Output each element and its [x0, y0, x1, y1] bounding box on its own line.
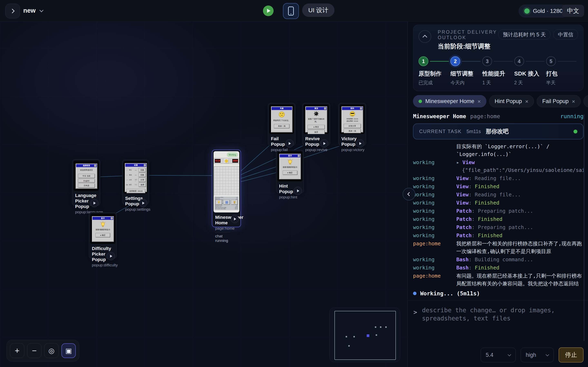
minesweeper-cell[interactable] [223, 167, 226, 170]
run-button[interactable] [263, 6, 274, 16]
canvas-node-language-popup[interactable]: 选择语言 × 请选择界面语言 中文 当前 English 日本語 Languag… [72, 159, 100, 206]
canvas-node-fail-popup[interactable]: 失败 再接再厉,下次好运。 再来一局 Fail Popup popup:fail [268, 103, 295, 146]
tab-r[interactable]: R [583, 95, 588, 107]
smiley-face-button[interactable]: ☺ [224, 159, 229, 163]
node-play-button[interactable] [286, 139, 294, 148]
minesweeper-cell[interactable] [214, 173, 217, 175]
stop-button[interactable]: 停止 [559, 347, 583, 362]
close-tab-icon[interactable]: ✕ [525, 98, 528, 104]
minesweeper-cell[interactable] [226, 187, 229, 190]
minesweeper-cell[interactable] [229, 178, 232, 181]
minesweeper-cell[interactable] [214, 170, 217, 173]
minesweeper-cell[interactable] [229, 173, 232, 175]
canvas-node-revive-popup[interactable]: 复活 × 观看广告即可继续本局。 ▸ 复活 放弃 Revive Popup po… [302, 103, 330, 146]
minesweeper-cell[interactable] [234, 170, 237, 173]
minesweeper-cell[interactable] [237, 175, 239, 178]
node-play-button[interactable] [356, 139, 364, 148]
canvas-node-difficulty-popup[interactable]: 提示 × 观看视频获得提示 ▸ 确定 Difficulty Picker Pop… [89, 212, 117, 259]
minesweeper-cell[interactable] [234, 190, 237, 192]
tab-minesweeper-home[interactable]: Minesweeper Home✕ [413, 95, 486, 107]
node-play-button[interactable] [90, 199, 98, 207]
minesweeper-cell[interactable] [232, 170, 234, 173]
minesweeper-cell[interactable] [223, 170, 226, 173]
minesweeper-cell[interactable] [226, 192, 229, 195]
confirm-button[interactable]: ▸ 确定 [283, 171, 297, 175]
minesweeper-cell[interactable] [223, 178, 226, 181]
minesweeper-cell[interactable] [214, 178, 217, 181]
close-tab-icon[interactable]: ✕ [572, 98, 575, 104]
minesweeper-cell[interactable] [220, 178, 223, 181]
minesweeper-cell[interactable] [217, 190, 220, 192]
minesweeper-cell[interactable] [217, 187, 220, 190]
minesweeper-cell[interactable] [232, 184, 234, 187]
minesweeper-cell[interactable] [237, 181, 239, 184]
minesweeper-cell[interactable] [229, 192, 232, 195]
minesweeper-cell[interactable] [220, 190, 223, 192]
toggle-sound-button[interactable]: 切换 [139, 168, 146, 172]
language-option-zh-button[interactable]: 中文 当前 [78, 174, 95, 178]
choose-language-button[interactable]: 选择 [139, 183, 146, 187]
minesweeper-cell[interactable] [217, 181, 220, 184]
dialog-close-icon[interactable]: × [298, 155, 300, 157]
chevron-down-icon[interactable] [39, 8, 43, 12]
minesweeper-cell[interactable] [226, 175, 229, 178]
minesweeper-cell[interactable] [214, 190, 217, 192]
hint-tool-button[interactable] [216, 200, 222, 205]
difficulty-select-button[interactable]: 选择难度: 16x16 [126, 189, 145, 193]
language-switch-button[interactable]: 中文 [562, 5, 584, 17]
node-play-button[interactable] [320, 139, 328, 148]
minesweeper-cell[interactable] [226, 190, 229, 192]
minesweeper-cell[interactable] [217, 167, 220, 170]
give-up-button[interactable]: 放弃 [308, 130, 325, 134]
activity-log[interactable]: 目实际有的 `Logger.error(...)` / `Logger.info… [413, 142, 583, 288]
minesweeper-cell[interactable] [237, 190, 239, 192]
minesweeper-cell[interactable] [232, 187, 234, 190]
minesweeper-cell[interactable] [226, 181, 229, 184]
design-canvas[interactable]: 选择语言 × 请选择界面语言 中文 当前 English 日本語 Languag… [0, 0, 408, 367]
node-play-button[interactable] [139, 199, 147, 207]
current-task-card[interactable]: CURRENT TASK 5m11s 那你改吧 [413, 124, 583, 139]
minesweeper-cell[interactable] [234, 184, 237, 187]
play-again-button[interactable]: 再来一局 [274, 124, 289, 128]
minesweeper-cell[interactable] [232, 181, 234, 184]
minesweeper-cell[interactable] [223, 192, 226, 195]
minesweeper-cell[interactable] [234, 175, 237, 178]
confirm-button[interactable]: ▸ 确定 [96, 233, 110, 237]
minesweeper-cell[interactable] [234, 192, 237, 195]
minesweeper-cell[interactable] [229, 175, 232, 178]
canvas-node-minesweeper-home[interactable]: Working 010 ☺ 000 Framerate (FPS)50Draw … [212, 150, 241, 227]
minesweeper-cell[interactable] [223, 184, 226, 187]
minesweeper-cell[interactable] [237, 173, 239, 175]
revive-button[interactable]: ▸ 复活 [308, 125, 325, 129]
minesweeper-cell[interactable] [237, 187, 239, 190]
ui-design-button[interactable]: UI 设计 [302, 3, 335, 17]
share-with-friends-button[interactable]: 好友分享 [344, 124, 361, 128]
node-play-button[interactable] [107, 252, 115, 260]
minesweeper-cell[interactable] [220, 192, 223, 195]
minesweeper-cell[interactable] [223, 187, 226, 190]
minesweeper-cell[interactable] [234, 187, 237, 190]
close-tab-icon[interactable]: ✕ [478, 98, 481, 104]
minesweeper-cell[interactable] [220, 175, 223, 178]
mobile-preview-button[interactable] [283, 3, 299, 19]
zoom-out-button[interactable]: − [27, 343, 42, 358]
tab-hint-popup[interactable]: Hint Popup✕ [489, 95, 534, 107]
tab-fail-popup[interactable]: Fail Popup✕ [537, 95, 581, 107]
minesweeper-cell[interactable] [214, 181, 217, 184]
minimap-toggle-button[interactable]: ▣ [61, 343, 76, 358]
minesweeper-cell[interactable] [229, 181, 232, 184]
minesweeper-cell[interactable] [220, 184, 223, 187]
minesweeper-cell[interactable] [220, 181, 223, 184]
minesweeper-cell[interactable] [226, 178, 229, 181]
language-option-ja-button[interactable]: 日本語 [78, 184, 95, 188]
minesweeper-cell[interactable] [229, 170, 232, 173]
minesweeper-cell[interactable] [214, 184, 217, 187]
minesweeper-cell[interactable] [234, 167, 237, 170]
chat-scrollbar[interactable] [584, 114, 584, 341]
model-select[interactable]: 5.4 [481, 348, 516, 362]
minesweeper-cell[interactable] [232, 178, 234, 181]
minesweeper-cell[interactable] [229, 187, 232, 190]
dialog-close-icon[interactable]: × [111, 217, 113, 219]
minesweeper-cell[interactable] [234, 173, 237, 175]
canvas-node-victory-popup[interactable]: 胜利 × 本局用时: 00:00 最短用时: 00:00 好友分享 再来一局 [338, 103, 366, 146]
